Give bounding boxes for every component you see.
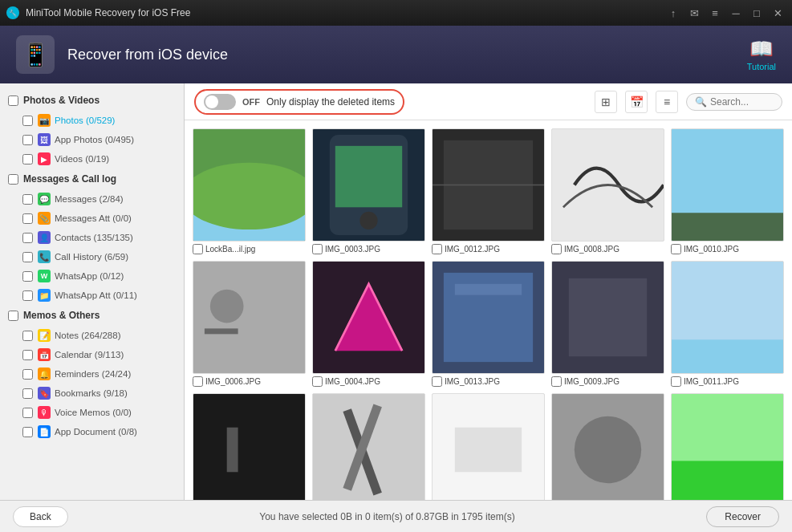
photo-item[interactable]: IMG_0012.JPG bbox=[432, 128, 545, 254]
videos-checkbox[interactable] bbox=[22, 154, 33, 164]
sidebar-item-whatsapp[interactable]: W WhatsApp (0/12) bbox=[0, 266, 184, 286]
sidebar-item-voicememos[interactable]: 🎙 Voice Memos (0/0) bbox=[0, 403, 184, 422]
sidebar-item-videos[interactable]: ▶ Videos (0/19) bbox=[0, 149, 184, 169]
sidebar-item-whatsappatt[interactable]: 📁 WhatsApp Att (0/11) bbox=[0, 286, 184, 305]
maximize-btn[interactable]: □ bbox=[749, 5, 765, 21]
calendar-checkbox[interactable] bbox=[22, 350, 33, 360]
whatsappatt-icon: 📁 bbox=[38, 289, 51, 302]
sidebar-item-messages[interactable]: 💬 Messages (2/84) bbox=[0, 189, 184, 209]
search-input[interactable] bbox=[710, 96, 782, 108]
sidebar-item-messagesatt[interactable]: 📎 Messages Att (0/0) bbox=[0, 209, 184, 228]
sidebar-item-appdocument[interactable]: 📄 App Document (0/8) bbox=[0, 422, 184, 441]
grid-view-button[interactable]: ⊞ bbox=[595, 91, 617, 113]
notes-label: Notes (264/288) bbox=[55, 331, 120, 340]
photo-checkbox[interactable] bbox=[312, 376, 323, 387]
appdocument-checkbox[interactable] bbox=[22, 427, 33, 437]
svg-rect-15 bbox=[205, 328, 238, 334]
reminders-label: Reminders (24/24) bbox=[55, 369, 131, 379]
photo-checkbox[interactable] bbox=[671, 376, 681, 387]
recover-button[interactable]: Recover bbox=[706, 506, 779, 527]
sidebar-item-contacts[interactable]: 👤 Contacts (135/135) bbox=[0, 228, 184, 247]
upload-btn[interactable]: ↑ bbox=[665, 5, 681, 21]
photo-item[interactable]: IMG_0014.JPG bbox=[432, 393, 545, 500]
deleted-items-toggle[interactable] bbox=[204, 94, 236, 110]
email-btn[interactable]: ✉ bbox=[686, 5, 702, 21]
svg-rect-12 bbox=[672, 213, 783, 241]
deleted-items-toggle-container: OFF Only display the deleted items bbox=[194, 89, 404, 115]
sidebar-item-bookmarks[interactable]: 🔖 Bookmarks (9/18) bbox=[0, 384, 184, 403]
list-view-button[interactable]: ≡ bbox=[656, 91, 678, 113]
photo-checkbox[interactable] bbox=[193, 376, 203, 387]
calendar-label: Calendar (9/113) bbox=[55, 350, 124, 359]
svg-point-6 bbox=[359, 212, 377, 229]
calendar-view-button[interactable]: 📅 bbox=[625, 91, 648, 113]
photo-checkbox[interactable] bbox=[551, 244, 562, 254]
contacts-checkbox[interactable] bbox=[22, 233, 33, 243]
calendar-icon: 📅 bbox=[38, 348, 51, 361]
search-icon: 🔍 bbox=[695, 96, 707, 108]
photo-name: IMG_0012.JPG bbox=[432, 244, 500, 254]
photo-item[interactable]: IMG_0016.JPG bbox=[671, 393, 784, 500]
photo-item[interactable]: IMG_0013.JPG bbox=[432, 261, 545, 387]
whatsapp-checkbox[interactable] bbox=[22, 271, 33, 282]
videos-icon: ▶ bbox=[38, 152, 51, 165]
photo-item[interactable]: IMG_0008.JPG bbox=[551, 128, 664, 254]
photo-item[interactable]: IMG_0005.JPG bbox=[193, 393, 306, 500]
sidebar-item-reminders[interactable]: 🔔 Reminders (24/24) bbox=[0, 364, 184, 384]
appphotos-checkbox[interactable] bbox=[22, 135, 33, 145]
messages-label: Messages (2/84) bbox=[55, 194, 124, 204]
bookmarks-checkbox[interactable] bbox=[22, 388, 33, 399]
whatsapp-icon: W bbox=[38, 270, 51, 282]
sidebar-item-calendar[interactable]: 📅 Calendar (9/113) bbox=[0, 345, 184, 364]
photo-checkbox[interactable] bbox=[432, 244, 442, 254]
photo-item[interactable]: IMG_0006.JPG bbox=[193, 261, 306, 387]
section-messages-checkbox[interactable] bbox=[8, 174, 18, 185]
callhistory-checkbox[interactable] bbox=[22, 252, 33, 262]
callhistory-label: Call History (6/59) bbox=[55, 252, 128, 262]
menu-btn[interactable]: ≡ bbox=[707, 5, 723, 21]
sidebar-item-callhistory[interactable]: 📞 Call History (6/59) bbox=[0, 247, 184, 266]
svg-rect-19 bbox=[455, 284, 522, 295]
photo-checkbox[interactable] bbox=[312, 244, 323, 254]
photo-checkbox[interactable] bbox=[551, 376, 562, 387]
photo-checkbox[interactable] bbox=[432, 376, 442, 387]
minimize-btn[interactable]: ─ bbox=[728, 5, 744, 21]
close-btn[interactable]: ✕ bbox=[770, 5, 786, 21]
toggle-off-label: OFF bbox=[242, 97, 260, 107]
photo-item[interactable]: IMG_0007.JPG bbox=[312, 393, 425, 500]
tutorial-label: Tutorial bbox=[747, 62, 776, 71]
tutorial-button[interactable]: 📖 Tutorial bbox=[747, 38, 776, 71]
photo-item[interactable]: IMG_0011.JPG bbox=[671, 261, 784, 387]
videos-label: Videos (0/19) bbox=[55, 154, 109, 164]
photos-checkbox[interactable] bbox=[22, 116, 33, 126]
photo-item[interactable]: IMG_0009.JPG bbox=[551, 261, 664, 387]
photo-item[interactable]: IMG_0003.JPG bbox=[312, 128, 425, 254]
header-title: Recover from iOS device bbox=[67, 47, 747, 63]
section-photos-checkbox[interactable] bbox=[8, 95, 18, 106]
photo-item[interactable]: LockBa...il.jpg bbox=[193, 128, 306, 254]
messages-checkbox[interactable] bbox=[22, 194, 33, 205]
photo-checkbox[interactable] bbox=[193, 244, 203, 254]
voicememos-checkbox[interactable] bbox=[22, 408, 33, 418]
photo-checkbox[interactable] bbox=[671, 244, 681, 254]
sidebar-item-photos[interactable]: 📷 Photos (0/529) bbox=[0, 111, 184, 130]
photos-label: Photos (0/529) bbox=[55, 116, 115, 125]
book-icon: 📖 bbox=[749, 38, 774, 60]
reminders-checkbox[interactable] bbox=[22, 369, 33, 380]
appdocument-icon: 📄 bbox=[38, 425, 51, 438]
svg-rect-34 bbox=[672, 461, 783, 500]
sidebar-item-notes[interactable]: 📝 Notes (264/288) bbox=[0, 326, 184, 345]
photo-item[interactable]: IMG_0015.JPG bbox=[551, 393, 664, 500]
photo-item[interactable]: IMG_0010.JPG bbox=[671, 128, 784, 254]
sidebar-item-appphotos[interactable]: 🖼 App Photos (0/495) bbox=[0, 130, 184, 149]
notes-checkbox[interactable] bbox=[22, 331, 33, 341]
device-icon-container: 📱 bbox=[16, 35, 55, 74]
bookmarks-icon: 🔖 bbox=[38, 387, 51, 400]
back-button[interactable]: Back bbox=[13, 506, 68, 527]
section-memos-checkbox[interactable] bbox=[8, 311, 18, 321]
messagesatt-icon: 📎 bbox=[38, 212, 51, 225]
photo-item[interactable]: IMG_0004.JPG bbox=[312, 261, 425, 387]
phone-icon: 📱 bbox=[22, 42, 50, 68]
whatsappatt-checkbox[interactable] bbox=[22, 290, 33, 301]
messagesatt-checkbox[interactable] bbox=[22, 213, 33, 224]
